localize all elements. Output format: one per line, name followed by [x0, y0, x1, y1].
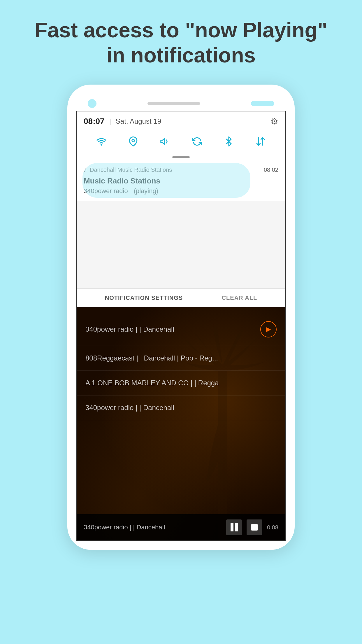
list-item[interactable]: A 1 ONE BOB MARLEY AND CO | | Regga — [77, 371, 285, 396]
sync-icon[interactable] — [192, 136, 202, 148]
notification-settings-button[interactable]: NOTIFICATION SETTINGS — [105, 295, 183, 301]
status-time: 08:07 — [84, 117, 105, 126]
hero-title: Fast access to "now Playing" in notifica… — [0, 0, 362, 80]
clear-all-button[interactable]: CLEAR ALL — [222, 295, 257, 301]
radio-item-label: A 1 ONE BOB MARLEY AND CO | | Regga — [85, 379, 219, 387]
wifi-icon[interactable] — [96, 136, 106, 148]
bluetooth-icon[interactable] — [224, 136, 234, 148]
playback-bar: 340power radio | | Dancehall 0:08 — [77, 514, 285, 540]
svg-marker-2 — [161, 139, 165, 144]
location-icon[interactable] — [128, 136, 138, 148]
list-item[interactable]: 340power radio | | Dancehall ▶ — [77, 313, 285, 346]
notification-bottom-bar: NOTIFICATION SETTINGS CLEAR ALL — [77, 288, 285, 307]
phone-frame: 08:07 | Sat, August 19 ⚙ — [67, 85, 295, 550]
notification-status: (playing) — [134, 187, 158, 195]
status-bar: 08:07 | Sat, August 19 ⚙ — [77, 111, 285, 131]
notification-station: 340power radio — [84, 187, 128, 195]
svg-point-0 — [101, 144, 102, 145]
notification-item[interactable]: ♪ Dancehall Music Radio Stations 08:02 M… — [77, 160, 285, 201]
svg-point-1 — [132, 139, 135, 142]
radio-item-label: 340power radio | | Dancehall — [85, 325, 174, 333]
status-left: 08:07 | Sat, August 19 — [84, 117, 161, 126]
notification-empty-area — [77, 201, 285, 288]
music-note-icon: ♪ — [84, 166, 87, 174]
radio-list: 340power radio | | Dancehall ▶ 808Reggae… — [77, 307, 285, 426]
notification-header: ♪ Dancehall Music Radio Stations 08:02 — [84, 166, 278, 174]
playback-controls: 0:08 — [226, 519, 278, 535]
playback-station-label: 340power radio | | Dancehall — [84, 524, 165, 531]
phone-speaker — [147, 102, 200, 105]
radio-item-label: 340power radio | | Dancehall — [85, 404, 174, 412]
volume-icon[interactable] — [160, 136, 170, 148]
list-item[interactable]: 340power radio | | Dancehall — [77, 396, 285, 420]
stop-button[interactable] — [247, 519, 262, 535]
play-button[interactable]: ▶ — [260, 321, 277, 337]
phone-screen: 08:07 | Sat, August 19 ⚙ — [76, 111, 286, 541]
phone-camera — [88, 99, 96, 108]
notification-panel: ♪ Dancehall Music Radio Stations 08:02 M… — [77, 160, 285, 201]
list-item[interactable]: 808Reggaecast | | Dancehall | Pop - Reg.… — [77, 346, 285, 371]
app-content: 340power radio | | Dancehall ▶ 808Reggae… — [77, 307, 285, 540]
settings-icon[interactable]: ⚙ — [270, 116, 278, 126]
pause-button[interactable] — [226, 519, 242, 535]
phone-sensor — [251, 101, 274, 106]
notification-time: 08:02 — [264, 167, 278, 173]
status-date: Sat, August 19 — [116, 117, 161, 125]
radio-item-label: 808Reggaecast | | Dancehall | Pop - Reg.… — [85, 354, 218, 362]
quick-settings-bar — [77, 131, 285, 154]
drag-handle — [77, 154, 285, 160]
phone-top-bar — [76, 93, 286, 111]
notification-app-name: Dancehall Music Radio Stations — [90, 167, 172, 173]
status-divider: | — [109, 117, 111, 125]
data-arrows-icon[interactable] — [256, 136, 266, 148]
playback-time: 0:08 — [267, 524, 278, 531]
notification-title: Music Radio Stations — [84, 176, 278, 186]
